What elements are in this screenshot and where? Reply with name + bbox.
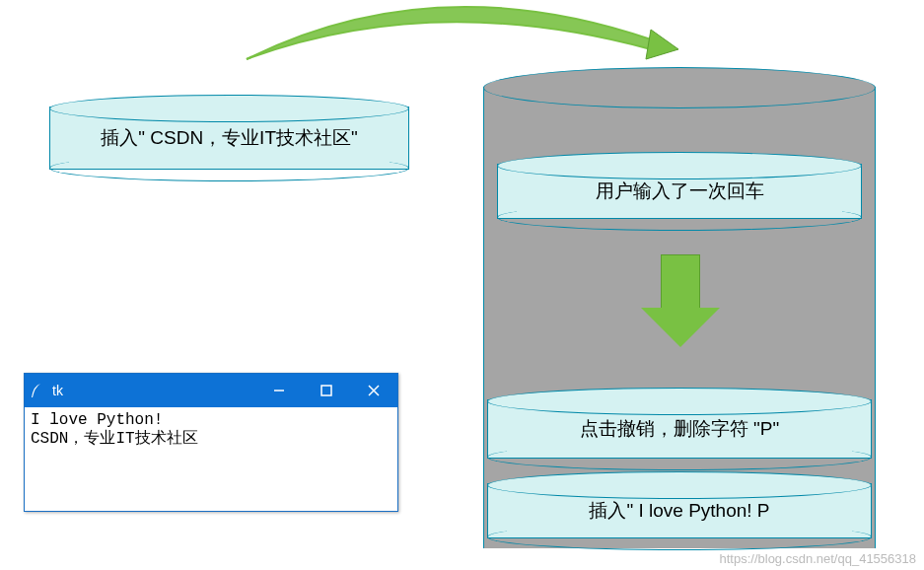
stack-item-undo-label: 点击撤销，删除字符 "P": [580, 416, 779, 442]
stack-item-undo-delete: 点击撤销，删除字符 "P": [487, 399, 872, 459]
tk-text-content[interactable]: I love Python! CSDN，专业IT技术社区: [25, 407, 397, 511]
tk-titlebar: tk: [25, 374, 397, 407]
maximize-button[interactable]: [303, 374, 350, 407]
down-arrow-icon: [641, 254, 720, 347]
stack-item-enter: 用户输入了一次回车: [497, 164, 862, 219]
svg-rect-2: [321, 386, 331, 395]
stack-item-insert-python: 插入" I love Python! P: [487, 483, 872, 538]
stack-item-enter-label: 用户输入了一次回车: [596, 178, 764, 204]
stack-item-insert-label: 插入" I love Python! P: [589, 498, 769, 524]
watermark-text: https://blog.csdn.net/qq_41556318: [720, 551, 917, 566]
tk-feather-icon: [25, 383, 48, 398]
left-cylinder-label: 插入" CSDN，专业IT技术社区": [101, 125, 358, 151]
close-button[interactable]: [350, 374, 397, 407]
minimize-button[interactable]: [255, 374, 303, 407]
svg-marker-0: [646, 30, 678, 59]
left-cylinder-insert-csdn: 插入" CSDN，专业IT技术社区": [49, 107, 409, 170]
tk-title-text: tk: [48, 383, 255, 398]
tk-window: tk I love Python! CSDN，专业IT技术社区: [24, 373, 398, 512]
